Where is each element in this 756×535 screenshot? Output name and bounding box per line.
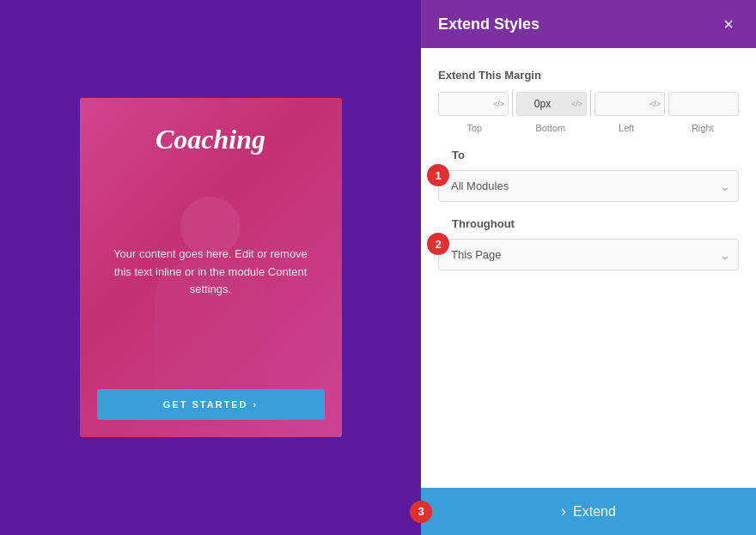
left-unit-button[interactable]: </> — [646, 100, 664, 108]
modal-footer: 3 › Extend — [421, 488, 756, 535]
left-panel: Coaching Your content goes here. Edit or… — [0, 0, 421, 535]
step-badge-2: 2 — [427, 233, 449, 255]
modal-panel: Extend Styles × Extend This Margin </> — [421, 0, 756, 535]
modal-body: Extend This Margin </> </> — [421, 48, 756, 488]
top-unit-button[interactable]: </> — [490, 100, 508, 108]
right-input[interactable] — [669, 93, 738, 115]
top-label: Top — [438, 119, 511, 133]
to-dropdown-wrapper: All Modules ⌄ — [438, 170, 739, 202]
get-started-button[interactable]: GET STARTED › — [97, 389, 325, 420]
left-input-group: </> — [594, 92, 665, 116]
card-title: Coaching — [155, 124, 265, 155]
left-input[interactable] — [595, 93, 646, 115]
bottom-unit-button[interactable]: </> — [568, 100, 586, 108]
coaching-card: Coaching Your content goes here. Edit or… — [80, 98, 342, 437]
throughout-dropdown-wrapper: This Page ⌄ — [438, 239, 739, 271]
bottom-input[interactable] — [517, 93, 568, 115]
to-dropdown[interactable]: All Modules — [438, 170, 739, 202]
bottom-label: Bottom — [515, 119, 588, 133]
arrow-right-icon: › — [561, 502, 566, 520]
right-input-group — [668, 92, 739, 116]
margin-labels: Top Bottom Left Right — [438, 119, 739, 133]
extend-label: Extend — [573, 504, 616, 520]
bottom-input-group: </> — [516, 92, 587, 116]
extend-button[interactable]: › Extend — [421, 489, 756, 534]
card-body: Your content goes here. Edit or remove t… — [97, 246, 325, 299]
margin-divider-2 — [590, 90, 591, 116]
right-field — [668, 92, 739, 116]
modal-footer-wrapper: 3 › Extend — [421, 488, 756, 535]
top-input[interactable] — [439, 93, 490, 115]
throughout-section: 2 Throughout This Page ⌄ — [438, 217, 739, 271]
margin-section-label: Extend This Margin — [438, 69, 739, 82]
throughout-section-label: Throughout — [452, 217, 739, 230]
step-badge-1: 1 — [427, 164, 449, 186]
margin-inputs: </> </> </> — [438, 90, 739, 116]
bottom-field: </> — [516, 92, 587, 116]
left-field: </> — [594, 92, 665, 116]
right-label: Right — [667, 119, 740, 133]
to-section-label: To — [452, 149, 739, 161]
arrow-icon: › — [253, 399, 259, 410]
top-input-group: </> — [438, 92, 509, 116]
left-label: Left — [590, 119, 663, 133]
throughout-dropdown[interactable]: This Page — [438, 239, 739, 271]
modal-title: Extend Styles — [438, 15, 540, 33]
card-content: Coaching Your content goes here. Edit or… — [80, 98, 342, 437]
close-button[interactable]: × — [718, 14, 739, 34]
to-section: 1 To All Modules ⌄ — [438, 149, 739, 202]
get-started-label: GET STARTED — [163, 399, 248, 410]
margin-section: Extend This Margin </> </> — [438, 69, 739, 133]
modal-header: Extend Styles × — [421, 0, 756, 48]
top-field: </> — [438, 92, 509, 116]
step-badge-3: 3 — [410, 501, 432, 523]
margin-divider-1 — [512, 90, 513, 116]
